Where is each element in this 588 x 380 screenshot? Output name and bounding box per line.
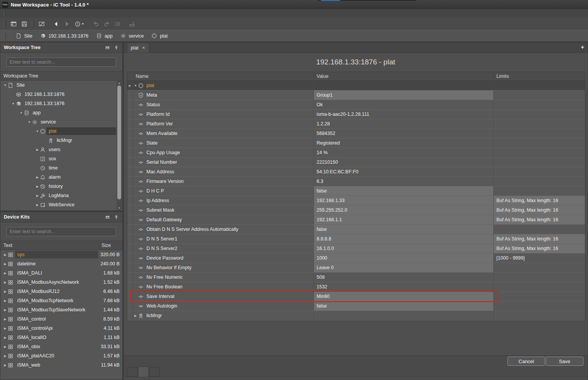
value-cell[interactable]: Group1 [314,90,494,100]
property-row[interactable]: Mac Address 54:10:EC:6C:BF:F0 [127,167,585,177]
value-cell[interactable]: Leave 0 [314,263,494,272]
property-row[interactable]: Platform Id isma-b-aac20-1.2.28.111 [127,110,585,119]
expander-icon[interactable]: ▶ [133,314,138,317]
value-cell[interactable]: false [314,186,494,196]
breadcrumb-item[interactable]: service [120,33,144,39]
property-row[interactable]: Save Interval Min60 [127,292,585,301]
expander-icon[interactable]: ▶ [3,281,8,284]
expander-icon[interactable]: ▼ [19,111,24,115]
value-cell[interactable]: 22210150 [314,158,494,167]
expander-icon[interactable]: ▶ [3,262,8,266]
menu-item[interactable] [8,13,16,14]
value-cell[interactable]: 8.8.8.8 [314,234,494,243]
back-button[interactable] [51,19,61,29]
value-cell[interactable]: 5684352 [314,129,494,138]
value-cell[interactable]: 6.3 [314,177,494,186]
value-cell[interactable]: isma-b-aac20-1.2.28.111 [314,110,494,119]
expander-icon[interactable]: ▼ [3,84,8,87]
tree-item[interactable]: ▶ history [0,182,122,191]
value-cell[interactable]: 508 [314,273,494,282]
property-row[interactable]: Meta Group1 [127,90,585,100]
kit-row[interactable]: ▶ iSMA_ModbusTcpNetwork 7.68 kB [0,296,122,305]
property-row[interactable]: ▶ licMngr [127,311,585,321]
edit-sheet-button[interactable] [36,19,47,29]
property-row[interactable]: State Registered [127,138,585,148]
tree-item[interactable]: ▶ users [0,145,122,154]
tree-item[interactable]: 192.168.1.33:1876 [0,90,122,99]
tree-item[interactable]: ▼ 192.168.1.33:1876 [0,99,122,108]
workspace-tree-column-header[interactable]: Workspace Tree [0,71,122,81]
scroll-down-icon[interactable]: ▼ [117,206,122,210]
float-panel-icon[interactable] [105,45,110,50]
expander-icon[interactable]: ▶ [35,176,40,179]
column-value[interactable]: Value [314,74,494,79]
scrollbar-thumb[interactable] [117,86,121,199]
kit-row[interactable]: ▶ sys 320.00 B [0,250,122,259]
device-kits-search-input[interactable] [7,227,116,236]
value-cell[interactable]: 1.2.28 [314,119,494,128]
value-cell[interactable]: 14 % [314,148,494,157]
tree-item[interactable]: ▶ alarm [0,173,122,182]
property-row[interactable]: Ip Address 192.168.1.33 Buf As String, M… [127,196,585,206]
expander-icon[interactable]: ▶ [3,364,8,367]
undo-button[interactable] [90,19,101,29]
device-button[interactable] [126,19,137,29]
expander-icon[interactable]: ▶ [35,194,40,197]
column-size[interactable]: Size [99,243,122,248]
property-row[interactable]: Subnet Mask 255.255.252.0 Buf As String,… [127,206,585,215]
expander-icon[interactable]: ▼ [35,130,40,133]
expander-icon[interactable]: ▶ [35,185,40,188]
kit-row[interactable]: ▶ iSMA_controlApi 4.11 kB [0,324,122,333]
property-row[interactable]: Default Gateway 192.168.1.1 Buf As Strin… [127,215,585,225]
property-row[interactable]: Nv Free Numeric 508 [127,273,585,282]
cancel-button[interactable]: Cancel [508,357,545,366]
property-row[interactable]: Device Password 1000 [1000 - 9999] [127,253,585,263]
property-row[interactable]: D N S Server1 8.8.8.8 Buf As String, Max… [127,234,585,244]
add-tab-button[interactable]: + [581,44,584,50]
property-row[interactable]: Nv Behavior If Empty Leave 0 [127,263,585,273]
expander-icon[interactable]: ▶ [3,308,8,312]
property-row[interactable]: Platform Ver 1.2.28 [127,119,585,129]
forward-button[interactable] [61,19,72,29]
tree-item[interactable]: ▶ LogMana [0,191,122,200]
property-row[interactable]: ▶ ▼ plat [127,81,585,90]
value-cell[interactable]: 54:10:EC:6C:BF:F0 [314,167,494,176]
redo-button[interactable] [101,19,112,29]
breadcrumb-item[interactable]: Site [16,33,33,39]
save-button[interactable]: Save [546,357,583,366]
expander-icon[interactable]: ▶ [3,336,8,339]
list-button[interactable] [112,19,123,29]
sheet-tab[interactable] [149,367,160,377]
menu-item[interactable] [25,13,33,14]
menu-item[interactable] [16,13,25,14]
kit-row[interactable]: ▶ iSMA_localIO 1.11 kB [0,333,122,342]
sheet-tab[interactable] [127,367,138,377]
value-cell[interactable]: 192.168.1.1 [314,215,494,224]
expander-icon[interactable]: ▶ [3,327,8,330]
value-cell[interactable]: false [314,225,494,234]
value-cell[interactable]: Ok [314,100,494,109]
history-nav-button[interactable]: ▼ [72,19,87,29]
save-workspace-button[interactable] [19,19,30,29]
tree-item[interactable]: ▼ plat [0,127,122,136]
layout-button[interactable] [8,19,19,29]
property-row[interactable]: D N S Server2 16.1.0.0 Buf As String, Ma… [127,244,585,253]
kit-row[interactable]: ▶ iSMA_control 8.59 kB [0,314,122,324]
property-row[interactable]: Cpu App Usage 14 % [127,148,585,158]
value-cell[interactable] [314,311,494,320]
kit-row[interactable]: ▶ iSMA_ModbusAsyncNetwork 1.52 kB [0,278,122,287]
column-text[interactable]: Text [0,243,99,248]
value-cell[interactable]: false [314,301,494,311]
expander-icon[interactable]: ▶ [3,290,8,293]
value-cell[interactable]: 1532 [314,282,494,291]
property-row[interactable]: Serial Number 22210150 [127,158,585,167]
value-cell[interactable]: 255.255.252.0 [314,206,494,215]
kit-row[interactable]: ▶ iSMA_platAAC20 1.57 kB [0,351,122,360]
property-row[interactable]: Obtain D N S Server Address Automaticall… [127,225,585,234]
expander-icon[interactable]: ▶ [35,148,40,151]
pin-icon[interactable] [114,45,119,50]
close-icon[interactable]: ✕ [142,46,145,50]
kit-row[interactable]: ▶ iSMA_ModbusTcpSlaveNetwork 1.44 kB [0,305,122,314]
tree-item[interactable]: S sox [0,154,122,163]
workspace-tree-search-input[interactable] [7,58,116,67]
